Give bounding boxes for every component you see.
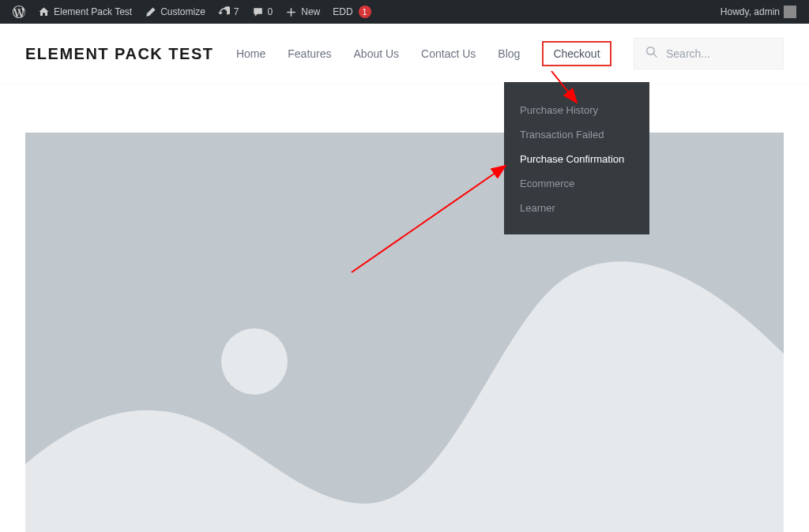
comments-link[interactable]: 0 xyxy=(246,0,280,24)
wordpress-icon xyxy=(13,6,25,18)
placeholder-image xyxy=(25,133,784,532)
nav-home[interactable]: Home xyxy=(236,47,265,60)
dropdown-purchase-history[interactable]: Purchase History xyxy=(520,98,634,122)
search-input[interactable] xyxy=(666,47,772,60)
dropdown-transaction-failed[interactable]: Transaction Failed xyxy=(520,122,634,147)
avatar xyxy=(784,6,796,18)
nav-checkout[interactable]: Checkout xyxy=(542,41,611,66)
dropdown-learner[interactable]: Learner xyxy=(520,196,634,220)
svg-point-0 xyxy=(647,47,655,55)
dropdown-purchase-confirmation[interactable]: Purchase Confirmation xyxy=(520,147,634,171)
customize-label: Customize xyxy=(160,6,205,17)
site-name-link[interactable]: Element Pack Test xyxy=(32,0,138,24)
search-wrap[interactable] xyxy=(634,38,784,69)
wp-logo[interactable] xyxy=(6,0,32,24)
admin-bar-right: Howdy, admin xyxy=(714,0,803,24)
home-icon xyxy=(38,6,50,18)
nav-blog[interactable]: Blog xyxy=(498,47,520,60)
refresh-icon xyxy=(218,6,230,18)
svg-line-1 xyxy=(653,54,657,57)
updates-link[interactable]: 7 xyxy=(212,0,246,24)
nav-about[interactable]: About Us xyxy=(354,47,400,60)
plus-icon xyxy=(285,6,297,18)
edd-label: EDD xyxy=(333,6,352,17)
customize-link[interactable]: Customize xyxy=(138,0,212,24)
new-label: New xyxy=(301,6,320,17)
checkout-dropdown: Purchase History Transaction Failed Purc… xyxy=(504,82,649,234)
my-account-link[interactable]: Howdy, admin xyxy=(714,0,803,24)
svg-point-3 xyxy=(221,328,288,395)
howdy-text: Howdy, admin xyxy=(721,6,780,17)
brush-icon xyxy=(145,6,156,18)
wp-admin-bar: Element Pack Test Customize 7 0 New xyxy=(0,0,809,24)
search-icon xyxy=(645,46,658,62)
nav-contact[interactable]: Contact Us xyxy=(421,47,476,60)
comments-count: 0 xyxy=(268,6,273,17)
site-logo[interactable]: ELEMENT PACK TEST xyxy=(25,45,213,63)
main-nav: Home Features About Us Contact Us Blog C… xyxy=(236,41,611,66)
new-link[interactable]: New xyxy=(279,0,326,24)
comment-icon xyxy=(252,6,264,18)
site-header: ELEMENT PACK TEST Home Features About Us… xyxy=(0,24,809,84)
admin-bar-left: Element Pack Test Customize 7 0 New xyxy=(6,0,378,24)
updates-count: 7 xyxy=(234,6,239,17)
nav-features[interactable]: Features xyxy=(288,47,331,60)
admin-site-name: Element Pack Test xyxy=(54,6,132,17)
edd-link[interactable]: EDD 1 xyxy=(326,0,377,24)
dropdown-ecommerce[interactable]: Ecommerce xyxy=(520,171,634,196)
edd-badge: 1 xyxy=(359,6,371,18)
